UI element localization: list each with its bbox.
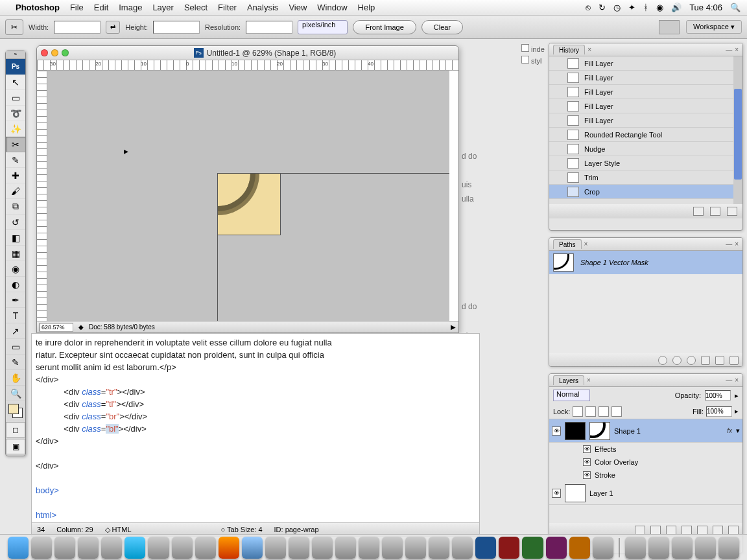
dock-app-icon[interactable] (265, 537, 286, 559)
swap-dimensions-button[interactable]: ⇄ (106, 21, 120, 34)
path-select-tool-icon[interactable]: ↗ (6, 323, 25, 339)
lock-all-icon[interactable] (611, 406, 622, 417)
status-arrow-icon[interactable]: ▶ (451, 323, 456, 331)
delete-layer-icon[interactable] (728, 526, 739, 535)
star-icon[interactable]: ✦ (628, 3, 635, 12)
stroke-path-icon[interactable] (672, 356, 682, 365)
layer-mask-icon[interactable] (666, 526, 676, 535)
zoom-input[interactable] (40, 323, 73, 332)
layer-style-icon[interactable] (650, 526, 661, 535)
opacity-input[interactable] (705, 390, 731, 401)
history-item[interactable]: Rounded Rectangle Tool (549, 128, 742, 142)
dock-trash-icon[interactable] (718, 537, 739, 559)
close-tab-icon[interactable]: × (587, 46, 591, 53)
visibility-toggle-icon[interactable]: 👁 (583, 458, 591, 466)
new-doc-from-state-icon[interactable] (693, 207, 704, 216)
dock-app-icon[interactable] (405, 537, 426, 559)
dock-app-icon[interactable] (101, 537, 122, 559)
menu-edit[interactable]: Edit (94, 3, 108, 12)
quickmask-toggle-icon[interactable]: ◻ (6, 422, 25, 438)
ruler-horizontal[interactable]: 30 20 10 0 10 20 30 40 (37, 60, 458, 71)
eyedropper-tool-icon[interactable]: ✎ (6, 152, 25, 168)
dock-app-icon[interactable] (695, 537, 716, 559)
zoom-window-button[interactable] (62, 49, 69, 56)
dock-photoshop-icon[interactable] (475, 537, 496, 559)
layer-row[interactable]: 👁 Shape 1 fx ▾ (549, 419, 742, 443)
shape-tool-icon[interactable]: ▭ (6, 339, 25, 355)
dock-app-icon[interactable] (312, 537, 333, 559)
new-snapshot-icon[interactable] (710, 207, 720, 216)
fx-stroke-row[interactable]: 👁Stroke (549, 469, 742, 482)
panel-minimize-icon[interactable]: — (726, 240, 732, 248)
fx-effects-row[interactable]: 👁Effects (549, 443, 742, 456)
history-tab[interactable]: History (553, 45, 585, 54)
history-item[interactable]: Nudge (549, 142, 742, 156)
dock-app-icon[interactable] (31, 537, 52, 559)
dock-app-icon[interactable] (195, 537, 216, 559)
dodge-tool-icon[interactable]: ◐ (6, 277, 25, 292)
make-workpath-icon[interactable] (701, 356, 710, 365)
lock-transparent-icon[interactable] (573, 406, 583, 417)
dock-firefox-icon[interactable] (219, 537, 239, 559)
layer-group-icon[interactable] (697, 526, 707, 535)
paths-tab[interactable]: Paths (553, 239, 582, 249)
healing-tool-icon[interactable]: ✚ (6, 168, 25, 183)
panel-close-icon[interactable]: × (735, 46, 739, 53)
wand-tool-icon[interactable]: ✨ (6, 121, 25, 137)
history-list[interactable]: Fill Layer Fill Layer Fill Layer Fill La… (549, 56, 742, 204)
panel-minimize-icon[interactable]: — (726, 377, 732, 384)
menu-file[interactable]: File (70, 3, 84, 12)
dock-flash-icon[interactable] (499, 537, 519, 559)
eraser-tool-icon[interactable]: ◧ (6, 230, 25, 246)
hand-tool-icon[interactable]: ✋ (6, 370, 25, 386)
menu-select[interactable]: Select (184, 3, 208, 12)
file-tab[interactable]: styl (521, 56, 549, 65)
delete-path-icon[interactable] (729, 356, 739, 365)
bluetooth-icon[interactable]: ᚼ (643, 3, 648, 12)
menu-image[interactable]: Image (119, 3, 142, 12)
layer-row[interactable]: 👁 Layer 1 (549, 482, 742, 505)
layer-name[interactable]: Shape 1 (614, 427, 641, 435)
panel-minimize-icon[interactable]: — (726, 46, 732, 53)
dock-app-icon[interactable] (452, 537, 473, 559)
color-swatches[interactable] (6, 401, 25, 421)
layers-list[interactable]: 👁 Shape 1 fx ▾ 👁Effects 👁Color Overlay 👁… (549, 419, 742, 523)
history-item-active[interactable]: Crop (549, 185, 742, 199)
app-name[interactable]: Photoshop (16, 3, 60, 12)
menu-analysis[interactable]: Analysis (247, 3, 278, 12)
layers-tab[interactable]: Layers (553, 375, 584, 385)
close-window-button[interactable] (41, 49, 48, 56)
menu-window[interactable]: Window (317, 3, 347, 12)
timemachine-icon[interactable]: ◷ (613, 3, 621, 12)
brush-tool-icon[interactable]: 🖌 (6, 183, 25, 199)
toolbox-collapse[interactable]: » (6, 51, 25, 59)
dock-app-icon[interactable] (359, 537, 379, 559)
lock-image-icon[interactable] (586, 406, 596, 417)
menu-view[interactable]: View (289, 3, 307, 12)
history-brush-tool-icon[interactable]: ↺ (6, 215, 25, 230)
wifi-icon[interactable]: ◉ (656, 3, 663, 12)
fill-input[interactable] (706, 406, 732, 417)
history-item[interactable]: Fill Layer (549, 99, 742, 113)
pen-tool-icon[interactable]: ✒ (6, 292, 25, 308)
dock-app-icon[interactable] (429, 537, 449, 559)
visibility-toggle-icon[interactable]: 👁 (583, 445, 591, 453)
dock-app-icon[interactable] (54, 537, 75, 559)
visibility-toggle-icon[interactable]: 👁 (552, 426, 561, 436)
workspace-menu[interactable]: Workspace ▾ (686, 20, 742, 34)
visibility-toggle-icon[interactable]: 👁 (552, 489, 561, 498)
dock-indesign-icon[interactable] (546, 537, 567, 559)
history-item[interactable]: Trim (549, 170, 742, 185)
layer-name[interactable]: Layer 1 (589, 489, 613, 497)
new-path-icon[interactable] (715, 356, 724, 365)
history-scrollbar[interactable] (733, 56, 742, 204)
visibility-toggle-icon[interactable]: 👁 (583, 471, 591, 479)
height-input[interactable] (153, 21, 200, 34)
dock-app-icon[interactable] (172, 537, 193, 559)
foreground-color-swatch[interactable] (8, 404, 19, 414)
dock-app-icon[interactable] (78, 537, 99, 559)
dock-dreamweaver-icon[interactable] (522, 537, 543, 559)
fill-path-icon[interactable] (658, 356, 667, 365)
dock-finder-icon[interactable] (8, 537, 29, 559)
adjustment-layer-icon[interactable] (682, 526, 692, 535)
